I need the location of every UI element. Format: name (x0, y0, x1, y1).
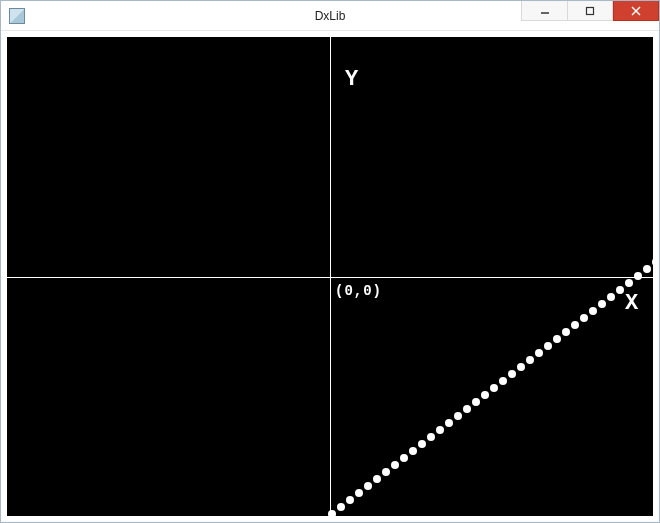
data-point (454, 412, 462, 420)
close-button[interactable] (613, 1, 659, 21)
data-point (544, 342, 552, 350)
data-point (400, 454, 408, 462)
data-point (409, 447, 417, 455)
data-point (373, 475, 381, 483)
app-window: DxLib Y X (0,0) (0, 0, 660, 523)
data-point (553, 335, 561, 343)
x-axis-label: X (625, 291, 638, 316)
maximize-button[interactable] (567, 1, 613, 21)
y-axis-label: Y (345, 67, 358, 92)
data-point (643, 265, 651, 273)
data-point (472, 398, 480, 406)
origin-label: (0,0) (335, 283, 382, 299)
minimize-icon (540, 6, 550, 16)
data-point (517, 363, 525, 371)
data-point (562, 328, 570, 336)
data-point (436, 426, 444, 434)
data-point (391, 461, 399, 469)
data-point (337, 503, 345, 511)
data-point (364, 482, 372, 490)
maximize-icon (585, 6, 595, 16)
data-point (481, 391, 489, 399)
data-point (652, 258, 653, 266)
data-point (589, 307, 597, 315)
data-point (328, 510, 336, 516)
data-point (499, 377, 507, 385)
data-point (463, 405, 471, 413)
window-buttons (521, 1, 659, 30)
data-point (616, 286, 624, 294)
plot-canvas: Y X (0,0) (7, 37, 653, 516)
close-icon (631, 6, 641, 16)
data-point (535, 349, 543, 357)
data-point (580, 314, 588, 322)
data-point (418, 440, 426, 448)
data-point (634, 272, 642, 280)
data-point (427, 433, 435, 441)
svg-rect-1 (587, 7, 594, 14)
titlebar[interactable]: DxLib (1, 1, 659, 31)
data-point (598, 300, 606, 308)
data-point (355, 489, 363, 497)
data-point (526, 356, 534, 364)
data-point (445, 419, 453, 427)
data-point (346, 496, 354, 504)
y-axis (330, 37, 331, 516)
data-point (607, 293, 615, 301)
app-icon (9, 8, 25, 24)
data-point (571, 321, 579, 329)
minimize-button[interactable] (521, 1, 567, 21)
data-point (382, 468, 390, 476)
data-point (508, 370, 516, 378)
data-point (490, 384, 498, 392)
data-point (625, 279, 633, 287)
